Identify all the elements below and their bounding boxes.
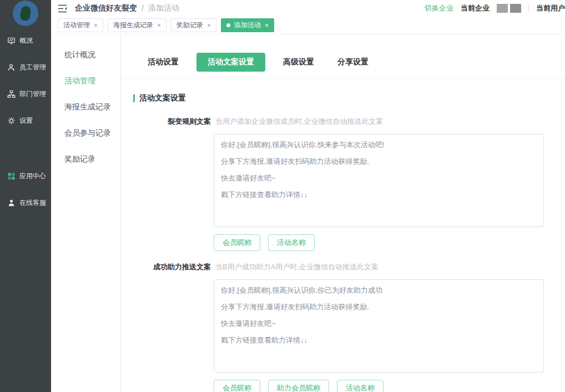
close-icon[interactable]: × (207, 22, 211, 29)
close-icon[interactable]: × (94, 22, 98, 29)
support-icon (7, 199, 16, 207)
section-accent-bar (133, 94, 135, 102)
insert-activity-name-button[interactable]: 活动名称 (337, 380, 384, 392)
tag-poster-records[interactable]: 海报生成记录 × (108, 18, 167, 32)
menu-fold-icon[interactable] (58, 4, 67, 13)
app-window: 概况 员工管理 部门管理 (0, 0, 565, 392)
settings-icon (7, 117, 16, 125)
current-company-value (497, 4, 521, 13)
sidebar-spacer (0, 142, 51, 170)
header-divider (528, 4, 529, 12)
insert-assist-member-nickname-button[interactable]: 助力会员昵称 (268, 380, 329, 392)
sidebar-item-online-support[interactable]: 在线客服 (0, 197, 51, 208)
field-label: 裂变规则文案 (142, 117, 211, 127)
insert-variable-buttons: 会员昵称 活动名称 (214, 234, 565, 251)
secondary-sidebar: 统计概况 活动管理 海报生成记录 会员参与记录 奖励记录 (51, 34, 121, 392)
sidebar-item-label: 员工管理 (19, 63, 46, 72)
open-tags-bar: 活动管理 × 海报生成记录 × 奖励记录 × 添加活动 × (51, 17, 565, 34)
section-title: 活动文案设置 (139, 93, 186, 103)
insert-member-nickname-button[interactable]: 会员昵称 (214, 380, 260, 392)
insert-variable-buttons: 会员昵称 助力会员昵称 活动名称 (214, 380, 565, 392)
sidebar-item-label: 设置 (19, 116, 33, 125)
submenu-item-activity-management[interactable]: 活动管理 (51, 75, 120, 86)
tag-add-activity-active[interactable]: 添加活动 × (221, 18, 274, 32)
submenu-item-reward-records[interactable]: 奖励记录 (51, 153, 120, 164)
breadcrumb-parent[interactable]: 企业微信好友裂变 (75, 3, 137, 13)
top-header: 企业微信好友裂变 / 添加活动 切换企业 当前企业 当前用户 (51, 0, 565, 17)
tab-share-settings[interactable]: 分享设置 (332, 53, 374, 72)
redacted-text-block (497, 4, 508, 13)
sidebar-item-employees[interactable]: 员工管理 (0, 62, 51, 73)
close-icon[interactable]: × (157, 22, 161, 29)
sidebar-item-overview[interactable]: 概况 (0, 35, 51, 46)
department-icon (7, 90, 16, 98)
field-assist-success-copy: 成功助力推送文案 当B用户成功助力A用户时,企业微信自动推送此文案 你好,[会员… (142, 262, 565, 392)
logo-area (0, 1, 51, 28)
sidebar-item-label: 部门管理 (19, 89, 46, 99)
breadcrumb: 企业微信好友裂变 / 添加活动 (75, 3, 179, 13)
redacted-text-block (510, 4, 521, 13)
active-dot-icon (226, 23, 230, 27)
apps-icon (7, 172, 16, 180)
tag-label: 添加活动 (234, 21, 261, 30)
current-company-label: 当前企业 (461, 3, 490, 13)
main-content: 活动设置 活动文案设置 高级设置 分享设置 活动文案设置 裂变规则文案 当用户添… (121, 34, 565, 392)
field-hint: 当用户添加企业微信成员时,企业微信自动推送此文案 (215, 117, 384, 127)
field-fission-rule-copy: 裂变规则文案 当用户添加企业微信成员时,企业微信自动推送此文案 你好,[会员昵称… (142, 117, 565, 251)
tab-advanced-settings[interactable]: 高级设置 (278, 53, 320, 72)
section-header: 活动文案设置 (133, 93, 565, 103)
sidebar-item-settings[interactable]: 设置 (0, 115, 51, 126)
insert-activity-name-button[interactable]: 活动名称 (268, 234, 315, 251)
employee-icon (7, 63, 16, 72)
tag-label: 活动管理 (63, 21, 90, 30)
tab-copywriting-settings-active[interactable]: 活动文案设置 (196, 53, 265, 72)
breadcrumb-separator: / (142, 4, 144, 13)
submenu-item-member-participation[interactable]: 会员参与记录 (51, 127, 120, 138)
tag-label: 海报生成记录 (113, 21, 153, 30)
app-logo (13, 1, 38, 26)
tab-activity-settings[interactable]: 活动设置 (142, 53, 184, 72)
close-icon[interactable]: × (265, 22, 269, 29)
switch-company-link[interactable]: 切换企业 (425, 3, 453, 13)
field-hint: 当B用户成功助力A用户时,企业微信自动推送此文案 (215, 262, 379, 272)
tag-label: 奖励记录 (176, 21, 203, 30)
primary-sidebar: 概况 员工管理 部门管理 (0, 0, 51, 392)
submenu-item-poster-records[interactable]: 海报生成记录 (51, 101, 120, 112)
form-step-tabs: 活动设置 活动文案设置 高级设置 分享设置 (142, 53, 565, 72)
sidebar-item-app-center[interactable]: 应用中心 (0, 170, 51, 182)
assist-copy-textarea[interactable]: 你好,[会员昵称],很高兴认识你,你已为好友助力成功 分享下方海报,邀请好友扫码… (214, 279, 544, 373)
tag-reward-records[interactable]: 奖励记录 × (171, 18, 216, 32)
insert-member-nickname-button[interactable]: 会员昵称 (214, 234, 260, 251)
sidebar-item-departments[interactable]: 部门管理 (0, 88, 51, 99)
sidebar-item-label: 概况 (19, 36, 33, 46)
sidebar-item-label: 应用中心 (19, 172, 46, 181)
logo-figure (19, 6, 31, 21)
tag-activity-management[interactable]: 活动管理 × (58, 18, 103, 32)
field-label: 成功助力推送文案 (142, 262, 211, 272)
tabs-divider (121, 78, 565, 79)
sidebar-item-label: 在线客服 (19, 198, 46, 208)
breadcrumb-current: 添加活动 (148, 3, 179, 13)
primary-nav: 概况 员工管理 部门管理 (0, 28, 51, 208)
header-right: 切换企业 当前企业 当前用户 (425, 3, 565, 13)
fission-copy-textarea[interactable]: 你好,[会员昵称],很高兴认识你,快来参与本次活动吧! 分享下方海报,邀请好友扫… (214, 134, 544, 227)
current-user-label: 当前用户 (536, 3, 565, 13)
submenu-item-stats-overview[interactable]: 统计概况 (51, 49, 120, 60)
overview-icon (7, 37, 16, 45)
